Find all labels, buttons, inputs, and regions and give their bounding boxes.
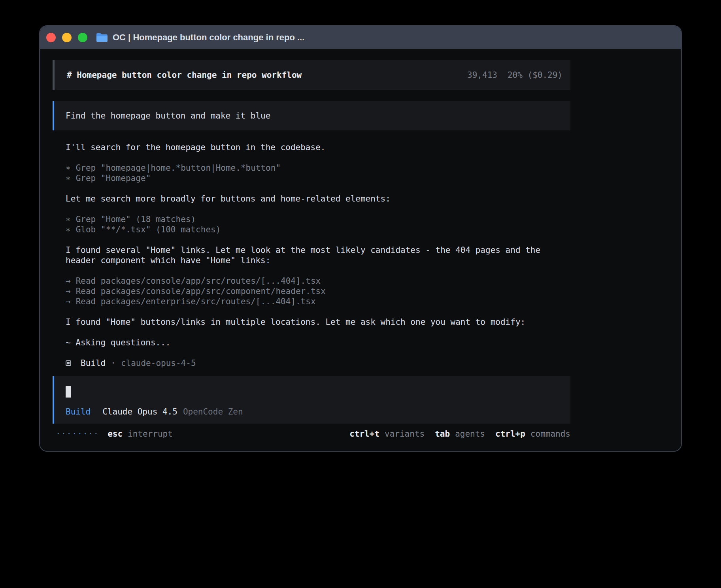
tool-call: ∗ Grep "homepage|home.*button|Home.*butt…	[66, 163, 570, 173]
user-message: Find the homepage button and make it blu…	[53, 101, 570, 130]
provider-label: OpenCode Zen	[183, 407, 243, 417]
traffic-lights	[46, 33, 87, 42]
tool-call-text: Read packages/console/app/src/component/…	[76, 286, 326, 296]
arrow-icon: →	[66, 286, 71, 296]
agents-hint: tab agents	[435, 429, 485, 439]
tool-call-group: → Read packages/console/app/src/routes/[…	[66, 276, 570, 307]
tool-call-group: ∗ Grep "Home" (18 matches) ∗ Glob "**/*.…	[66, 214, 570, 235]
tool-bullet-icon: ∗	[66, 224, 71, 235]
arrow-icon: →	[66, 276, 71, 286]
commands-label: commands	[530, 429, 570, 439]
agent-name: Build	[81, 358, 106, 368]
close-button[interactable]	[46, 33, 56, 42]
agent-mode-label: Build	[66, 407, 91, 417]
assistant-text: I'll search for the homepage button in t…	[66, 142, 570, 153]
ctrl-p-key-hint: ctrl+p	[495, 429, 525, 439]
agents-label: agents	[455, 429, 485, 439]
agent-status: Build · claude-opus-4-5	[66, 358, 570, 368]
prompt-input[interactable]: Build Claude Opus 4.5 OpenCode Zen	[53, 376, 570, 424]
tool-bullet-icon: ∗	[66, 214, 71, 224]
agent-square-icon	[66, 360, 71, 366]
tool-call-text: Read packages/console/app/src/routes/[..…	[76, 276, 321, 286]
tool-call-group: ∗ Grep "homepage|home.*button|Home.*butt…	[66, 163, 570, 183]
session-header: # Homepage button color change in repo w…	[53, 60, 570, 90]
tool-call: → Read packages/console/app/src/componen…	[66, 286, 570, 296]
tool-call: → Read packages/enterprise/src/routes/[.…	[66, 296, 570, 307]
assistant-response: I'll search for the homepage button in t…	[53, 142, 570, 368]
commands-hint: ctrl+p commands	[495, 429, 570, 439]
tool-call-text: Grep "Home" (18 matches)	[76, 214, 196, 224]
assistant-text: I found several "Home" links. Let me loo…	[66, 245, 570, 255]
tool-call-text: Glob "**/*.tsx" (100 matches)	[76, 224, 221, 235]
tool-bullet-icon: ∗	[66, 163, 71, 173]
zoom-button[interactable]	[78, 33, 87, 42]
tool-call-text: Grep "homepage|home.*button|Home.*button…	[76, 163, 281, 173]
window-title: OC | Homepage button color change in rep…	[113, 32, 304, 43]
spinner-dots: ········	[56, 429, 99, 439]
minimize-button[interactable]	[62, 33, 72, 42]
assistant-text: Let me search more broadly for buttons a…	[66, 194, 570, 204]
tool-call-text: Grep "Homepage"	[76, 173, 151, 183]
variants-label: variants	[385, 429, 425, 439]
input-footer: Build Claude Opus 4.5 OpenCode Zen	[66, 407, 243, 417]
agent-model: claude-opus-4-5	[121, 358, 196, 368]
ctrl-t-key-hint: ctrl+t	[349, 429, 379, 439]
tool-call: ∗ Glob "**/*.tsx" (100 matches)	[66, 224, 570, 235]
tool-bullet-icon: ∗	[66, 173, 71, 183]
status-bar-left: ········ esc interrupt	[53, 429, 173, 439]
token-count: 39,413	[467, 70, 497, 80]
assistant-text: header component which have "Home" links…	[66, 255, 570, 266]
assistant-paragraph: I found several "Home" links. Let me loo…	[66, 245, 570, 266]
tool-call: ∗ Grep "Homepage"	[66, 173, 570, 183]
separator-dot: ·	[111, 358, 116, 368]
session-title: # Homepage button color change in repo w…	[67, 70, 302, 80]
tab-key-hint: tab	[435, 429, 450, 439]
interrupt-label: interrupt	[128, 429, 173, 439]
interrupt-hint: esc interrupt	[108, 429, 173, 439]
variants-hint: ctrl+t variants	[349, 429, 425, 439]
session-stats: 39,413 20% ($0.29)	[467, 70, 562, 80]
user-message-text: Find the homepage button and make it blu…	[66, 111, 270, 121]
status-bar-right: ctrl+t variants tab agents ctrl+p comman…	[349, 429, 570, 439]
assistant-text: I found "Home" buttons/links in multiple…	[66, 317, 570, 327]
esc-key-hint: esc	[108, 429, 123, 439]
context-usage: 20% ($0.29)	[508, 70, 562, 80]
folder-icon	[96, 33, 108, 42]
tool-call: → Read packages/console/app/src/routes/[…	[66, 276, 570, 286]
model-label: Claude Opus 4.5	[102, 407, 177, 417]
text-cursor	[66, 386, 71, 398]
terminal-content: # Homepage button color change in repo w…	[40, 49, 681, 451]
activity-indicator: ~ Asking questions...	[66, 337, 570, 348]
terminal-window: OC | Homepage button color change in rep…	[39, 25, 682, 452]
status-bar: ········ esc interrupt ctrl+t variants t…	[53, 428, 570, 439]
arrow-icon: →	[66, 296, 71, 307]
tool-call: ∗ Grep "Home" (18 matches)	[66, 214, 570, 224]
tool-call-text: Read packages/enterprise/src/routes/[...…	[76, 296, 316, 307]
titlebar: OC | Homepage button color change in rep…	[40, 26, 681, 49]
